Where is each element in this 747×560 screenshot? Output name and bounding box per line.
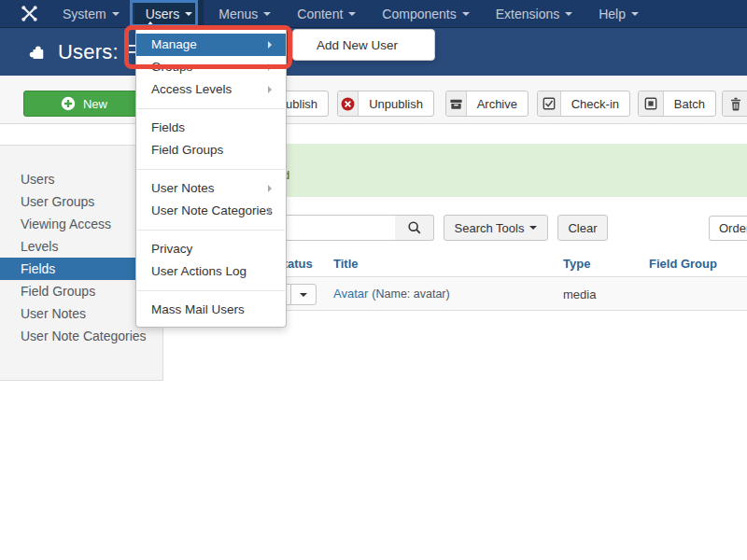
dropdown-item-field-groups[interactable]: Field Groups bbox=[136, 139, 286, 161]
main-menu: System Users Menus Content Components Ex… bbox=[51, 0, 654, 28]
dropdown-item-access-levels[interactable]: Access Levels bbox=[136, 78, 286, 101]
field-type-cell: media bbox=[563, 287, 596, 301]
users-dropdown-menu: Manage Groups Access Levels Fields Field… bbox=[135, 28, 287, 328]
puzzle-icon bbox=[28, 43, 47, 62]
chevron-down-icon bbox=[529, 226, 537, 233]
menu-divider bbox=[137, 230, 285, 231]
dropdown-item-fields[interactable]: Fields bbox=[136, 117, 286, 139]
dropdown-item-mass-mail-users[interactable]: Mass Mail Users bbox=[136, 299, 286, 321]
search-tools-button[interactable]: Search Tools bbox=[444, 215, 548, 241]
dropdown-item-groups[interactable]: Groups bbox=[136, 56, 286, 78]
chevron-down-icon bbox=[631, 12, 639, 20]
chevron-down-icon bbox=[462, 12, 470, 20]
trash-icon bbox=[723, 91, 747, 116]
dropdown-item-user-note-categories[interactable]: User Note Categories bbox=[136, 200, 286, 222]
menu-item-components[interactable]: Components bbox=[371, 0, 480, 28]
column-header-title[interactable]: Title bbox=[333, 257, 359, 271]
archive-button[interactable]: Archive bbox=[445, 91, 529, 117]
dropdown-item-privacy[interactable]: Privacy bbox=[136, 238, 286, 260]
checkbox-icon bbox=[538, 91, 561, 116]
chevron-down-icon bbox=[112, 12, 120, 20]
chevron-down-icon bbox=[263, 12, 271, 20]
batch-icon bbox=[639, 91, 664, 116]
menu-item-help[interactable]: Help bbox=[587, 0, 650, 28]
joomla-logo-icon bbox=[0, 5, 51, 22]
field-name-note: (Name: avatar) bbox=[372, 287, 449, 301]
archive-icon bbox=[446, 91, 467, 116]
dropdown-arrow-icon bbox=[145, 21, 156, 28]
toolbar: New Publish Unpublish Archive bbox=[0, 76, 747, 124]
menu-item-content[interactable]: Content bbox=[286, 0, 367, 28]
menu-item-extensions[interactable]: Extensions bbox=[485, 0, 584, 28]
sidebar-item-viewing-access-levels[interactable]: Viewing Access Levels bbox=[0, 213, 121, 258]
column-header-type[interactable]: Type bbox=[563, 257, 590, 271]
chevron-down-icon bbox=[348, 12, 356, 20]
column-header-field-group[interactable]: Field Group bbox=[649, 257, 717, 271]
menu-item-system[interactable]: System bbox=[51, 0, 131, 28]
plus-circle-icon bbox=[61, 96, 76, 111]
dropdown-item-user-actions-log[interactable]: User Actions Log bbox=[136, 260, 286, 283]
admin-navbar: System Users Menus Content Components Ex… bbox=[0, 0, 747, 28]
ordering-select[interactable]: Ordering bbox=[709, 216, 747, 241]
checkin-button[interactable]: Check-in bbox=[537, 91, 630, 117]
clear-button[interactable]: Clear bbox=[557, 215, 608, 241]
dropdown-item-manage[interactable]: Manage bbox=[136, 34, 286, 56]
new-button[interactable]: New bbox=[23, 91, 145, 117]
trash-button[interactable] bbox=[722, 91, 747, 117]
batch-button[interactable]: Batch bbox=[638, 91, 716, 117]
field-title-link[interactable]: Avatar bbox=[333, 287, 368, 301]
menu-divider bbox=[137, 290, 285, 291]
search-button[interactable] bbox=[395, 215, 434, 241]
menu-divider bbox=[137, 108, 285, 109]
unpublish-button[interactable]: Unpublish bbox=[337, 91, 434, 117]
chevron-down-icon bbox=[185, 12, 192, 20]
chevron-down-icon bbox=[565, 12, 572, 20]
menu-item-menus[interactable]: Menus bbox=[207, 0, 282, 28]
chevron-down-icon bbox=[300, 293, 307, 301]
dropdown-item-user-notes[interactable]: User Notes bbox=[136, 177, 286, 200]
magnifier-icon bbox=[407, 220, 422, 235]
sidebar-item-user-note-categories[interactable]: User Note Categories bbox=[0, 325, 162, 347]
submenu-item-add-new-user[interactable]: Add New User bbox=[292, 29, 435, 61]
menu-divider bbox=[137, 169, 285, 170]
status-dropdown-button[interactable] bbox=[290, 284, 317, 305]
x-circle-icon bbox=[338, 91, 359, 116]
